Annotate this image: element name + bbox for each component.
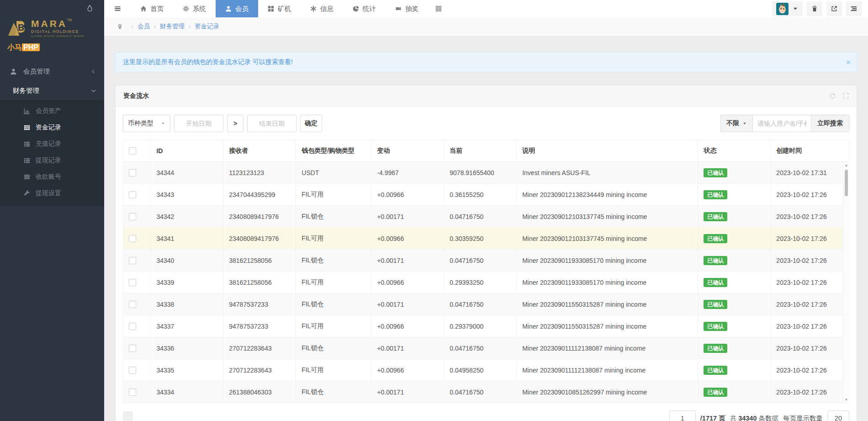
row-checkbox[interactable]: [129, 345, 136, 352]
column-header-created-at: 创建时间: [771, 140, 849, 162]
navbar-icon-button[interactable]: [826, 1, 842, 16]
navbar-item[interactable]: 会员: [216, 0, 258, 17]
navbar-icon-button[interactable]: [807, 1, 822, 16]
row-checkbox[interactable]: [129, 323, 136, 330]
cell-wallet-type: FIL锁仓: [296, 381, 371, 403]
breadcrumb-separator: ›: [189, 23, 191, 30]
breadcrumb-link-finance[interactable]: 财务管理: [160, 22, 185, 31]
submenu-item-label: 提现记录: [36, 156, 61, 165]
sidebar-group-member-management[interactable]: 会员管理: [0, 62, 104, 81]
breadcrumb-link-fund-records[interactable]: 资金记录: [195, 22, 219, 31]
cell-description: Miner 202309012103137745 mining income: [517, 206, 698, 228]
row-checkbox[interactable]: [129, 235, 136, 242]
status-badge: 已确认: [704, 300, 727, 309]
page-button[interactable]: [267, 411, 277, 421]
cell-receiver: 261388046303: [223, 381, 296, 403]
row-checkbox[interactable]: [129, 257, 136, 264]
row-checkbox[interactable]: [129, 389, 136, 396]
navbar-item[interactable]: 信息: [301, 0, 343, 17]
search-input[interactable]: [753, 115, 811, 132]
cell-receiver: 23408089417976: [223, 206, 296, 228]
page-button[interactable]: [251, 411, 261, 421]
sidebar-submenu-item[interactable]: 充值记录: [0, 136, 104, 152]
cell-change: +0.00171: [371, 337, 444, 359]
navbar-item-icon: [183, 5, 189, 12]
page-button[interactable]: [139, 411, 149, 421]
mara-tagline: GLOBAL DIGITAL CURRENCY MINING: [31, 35, 84, 37]
scope-select[interactable]: 不限: [720, 115, 753, 132]
row-checkbox[interactable]: [129, 367, 136, 374]
currency-type-select[interactable]: 币种类型: [123, 115, 170, 132]
user-avatar-menu[interactable]: [772, 1, 803, 16]
submenu-item-icon: [24, 190, 30, 197]
scroll-up-icon[interactable]: ▲: [843, 163, 849, 167]
navbar-item[interactable]: 首页: [131, 0, 173, 17]
cell-id: 34334: [151, 381, 223, 403]
navbar-item[interactable]: [428, 0, 449, 17]
row-checkbox[interactable]: [129, 169, 136, 176]
sidebar-submenu-item[interactable]: 资金记录: [0, 119, 104, 136]
confirm-button[interactable]: 确定: [300, 115, 322, 132]
page-button[interactable]: [235, 411, 245, 421]
sidebar-submenu-item[interactable]: 提现设置: [0, 185, 104, 202]
cell-change: +0.00171: [371, 250, 444, 272]
submenu-item-icon: [24, 141, 30, 147]
table-row: 34340 381621258056 FIL锁仓 +0.00171 0.0471…: [123, 250, 849, 272]
breadcrumb-link-member[interactable]: 会员: [138, 22, 150, 31]
per-page-select[interactable]: 20: [827, 410, 849, 421]
expand-icon[interactable]: [843, 93, 849, 99]
cell-id: 34340: [151, 250, 223, 272]
navbar-item-label: 信息: [320, 5, 333, 13]
cell-wallet-type: FIL锁仓: [296, 206, 371, 228]
cell-description: Miner 202309010851262997 mining income: [517, 381, 698, 403]
refresh-icon[interactable]: [830, 93, 836, 99]
scrollbar-thumb[interactable]: [845, 170, 848, 196]
sidebar-submenu-item[interactable]: 收款账号: [0, 169, 104, 185]
page-button[interactable]: [283, 411, 293, 421]
page-number-input[interactable]: [669, 410, 696, 421]
cell-status: 已确认: [698, 381, 771, 403]
pagination-info: /1717 页 共 34340 条数据 每页显示数量 20: [669, 410, 849, 421]
table-row: 34338 94787537233 FIL锁仓 +0.00171 0.04716…: [123, 293, 849, 315]
cell-id: 34342: [151, 206, 223, 228]
select-all-checkbox[interactable]: [129, 147, 136, 155]
status-badge: 已确认: [704, 234, 727, 243]
page-button[interactable]: [187, 411, 197, 421]
sidebar-submenu-item[interactable]: 提现记录: [0, 152, 104, 169]
page-button[interactable]: [123, 411, 133, 421]
page-button[interactable]: [155, 411, 165, 421]
table-row: 34337 94787537233 FIL可用 +0.00966 0.29379…: [123, 315, 849, 337]
cell-wallet-type: FIL可用: [296, 315, 371, 337]
page-button[interactable]: [171, 411, 181, 421]
page-button[interactable]: [219, 411, 229, 421]
table-scrollbar[interactable]: ▲ ▼: [843, 162, 849, 403]
page-button[interactable]: [203, 411, 213, 421]
scroll-down-icon[interactable]: ▼: [843, 398, 849, 402]
end-date-input[interactable]: [247, 115, 296, 132]
row-checkbox[interactable]: [129, 213, 136, 220]
alert-close-icon[interactable]: ×: [846, 59, 851, 66]
row-checkbox[interactable]: [129, 191, 136, 198]
row-checkbox[interactable]: [129, 279, 136, 286]
navbar-item[interactable]: 矿机: [258, 0, 301, 17]
cell-current: 0.36155250: [444, 184, 517, 206]
row-checkbox[interactable]: [129, 301, 136, 308]
menu-toggle-button[interactable]: [104, 0, 131, 17]
cell-wallet-type: FIL可用: [296, 184, 371, 206]
scope-select-value: 不限: [726, 119, 739, 128]
sidebar-group-finance-management[interactable]: 财务管理: [0, 81, 104, 100]
search-button[interactable]: 立即搜索: [811, 115, 849, 132]
sidebar-submenu-item[interactable]: 会员资产: [0, 103, 104, 119]
table-row: 34343 2347044395299 FIL可用 +0.00966 0.361…: [123, 184, 849, 206]
navbar-icon-button[interactable]: [846, 1, 862, 16]
cell-description: Miner 202309011933085170 mining income: [517, 272, 698, 293]
navbar-item[interactable]: 系统: [173, 0, 216, 17]
top-navbar: 首页 系统 会员 矿机 信息 统计 抽奖: [104, 0, 868, 17]
navbar-item[interactable]: 统计: [343, 0, 386, 17]
start-date-input[interactable]: [174, 115, 223, 132]
navbar-item[interactable]: 抽奖: [386, 0, 428, 17]
navbar-item-icon: [268, 5, 274, 12]
mara-trademark: TM: [67, 18, 72, 21]
date-range-separator-button[interactable]: >: [227, 115, 243, 132]
cell-created-at: 2023-10-02 17:26: [771, 206, 849, 228]
